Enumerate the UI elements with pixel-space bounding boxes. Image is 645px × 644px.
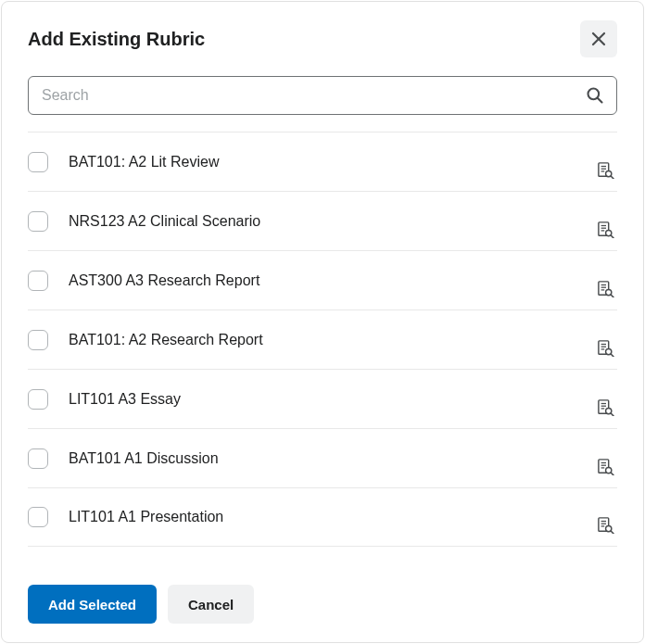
svg-line-33	[611, 413, 613, 416]
list-item: NRS123 A2 Clinical Scenario	[28, 191, 617, 250]
dialog-title: Add Existing Rubric	[28, 29, 205, 50]
dialog-header: Add Existing Rubric	[28, 20, 617, 57]
rubric-label: LIT101 A1 Presentation	[69, 509, 595, 538]
search-container	[28, 76, 617, 115]
preview-icon	[598, 517, 614, 534]
rubric-checkbox[interactable]	[28, 211, 48, 232]
dialog-footer: Add Selected Cancel	[28, 557, 617, 624]
preview-button[interactable]	[595, 219, 617, 241]
list-item: LIT101 A1 Presentation	[28, 487, 617, 547]
svg-line-27	[611, 354, 613, 357]
svg-line-9	[611, 176, 613, 179]
preview-icon	[598, 399, 614, 416]
rubric-checkbox[interactable]	[28, 152, 48, 172]
rubric-checkbox[interactable]	[28, 330, 48, 350]
close-button[interactable]	[580, 20, 617, 57]
add-rubric-dialog: Add Existing Rubric BAT101: A2 Lit Revie…	[1, 1, 644, 643]
svg-line-21	[611, 295, 613, 297]
svg-line-45	[611, 531, 613, 534]
svg-line-15	[611, 235, 613, 238]
close-icon	[591, 32, 606, 46]
rubric-label: BAT101: A2 Research Report	[69, 332, 595, 361]
rubric-label: LIT101 A3 Essay	[69, 391, 595, 421]
rubric-label: NRS123 A2 Clinical Scenario	[69, 213, 595, 243]
rubric-label: BAT101 A1 Discussion	[69, 450, 595, 480]
rubric-checkbox[interactable]	[28, 507, 48, 527]
list-item: BAT101: A2 Research Report	[28, 309, 617, 369]
cancel-button[interactable]: Cancel	[168, 585, 254, 624]
add-selected-button[interactable]: Add Selected	[28, 585, 157, 624]
preview-button[interactable]	[595, 397, 617, 419]
rubric-label: AST300 A3 Research Report	[69, 272, 595, 302]
preview-icon	[598, 459, 614, 475]
rubric-checkbox[interactable]	[28, 389, 48, 410]
preview-button[interactable]	[595, 514, 617, 537]
rubric-label: BAT101: A2 Lit Review	[69, 154, 595, 183]
rubric-checkbox[interactable]	[28, 448, 48, 469]
rubric-list: BAT101: A2 Lit Review NRS123 A2 Clinical…	[28, 132, 617, 557]
search-input[interactable]	[28, 76, 617, 115]
preview-button[interactable]	[595, 456, 617, 478]
preview-icon	[598, 221, 614, 238]
preview-button[interactable]	[595, 337, 617, 360]
svg-line-39	[611, 473, 613, 475]
preview-button[interactable]	[595, 159, 617, 182]
list-item: BAT101: A2 Lit Review	[28, 132, 617, 191]
list-item: BAT101 A1 Discussion	[28, 428, 617, 487]
preview-icon	[598, 281, 614, 297]
rubric-checkbox[interactable]	[28, 271, 48, 291]
list-item: AST300 A3 Research Report	[28, 250, 617, 309]
preview-icon	[598, 162, 614, 179]
list-item: LIT101 A3 Essay	[28, 369, 617, 428]
preview-icon	[598, 340, 614, 357]
preview-button[interactable]	[595, 278, 617, 300]
